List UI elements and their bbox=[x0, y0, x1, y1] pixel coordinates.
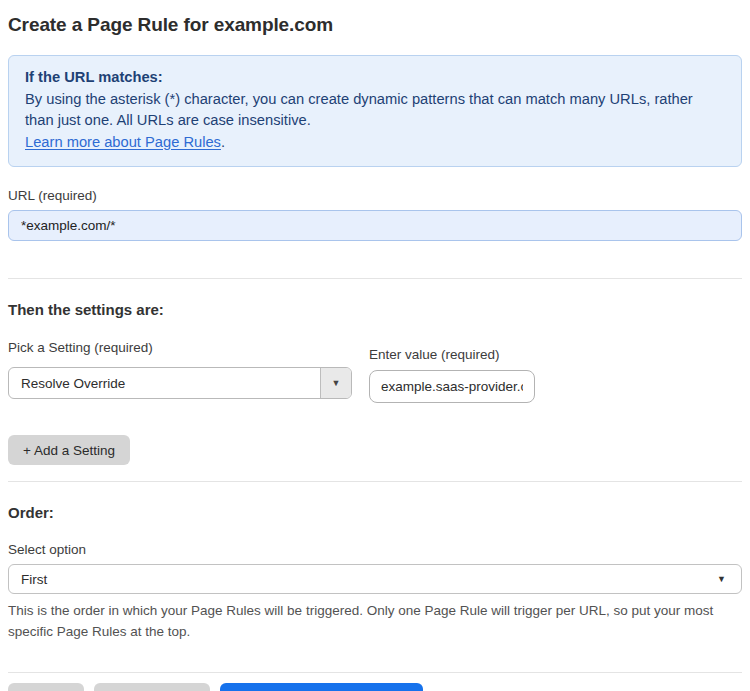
footer-actions: Cancel Save as Draft Save and Deploy Pag… bbox=[8, 683, 742, 691]
setting-value-label: Enter value (required) bbox=[369, 347, 535, 362]
order-select-label: Select option bbox=[8, 542, 742, 557]
add-setting-button[interactable]: + Add a Setting bbox=[8, 435, 130, 465]
order-heading: Order: bbox=[8, 504, 742, 521]
setting-picker-select[interactable]: Resolve Override ▼ bbox=[8, 367, 352, 399]
url-label: URL (required) bbox=[8, 188, 742, 203]
url-input[interactable] bbox=[8, 210, 742, 241]
order-selected-value: First bbox=[21, 572, 47, 587]
cancel-button[interactable]: Cancel bbox=[8, 683, 84, 691]
chevron-down-icon[interactable]: ▼ bbox=[320, 368, 351, 398]
create-page-rule-form: Create a Page Rule for example.com If th… bbox=[0, 14, 750, 691]
chevron-down-icon: ▼ bbox=[717, 574, 726, 584]
setting-picker-selected-value: Resolve Override bbox=[9, 368, 320, 398]
settings-heading: Then the settings are: bbox=[8, 301, 742, 318]
url-matches-info-box: If the URL matches: By using the asteris… bbox=[8, 55, 742, 167]
setting-value-column: Enter value (required) bbox=[369, 320, 535, 403]
learn-more-link[interactable]: Learn more about Page Rules bbox=[25, 134, 221, 150]
order-select[interactable]: First ▼ bbox=[8, 564, 742, 594]
section-divider bbox=[8, 278, 742, 279]
page-title: Create a Page Rule for example.com bbox=[8, 14, 742, 36]
info-box-body: By using the asterisk (*) character, you… bbox=[25, 89, 725, 132]
setting-picker-label: Pick a Setting (required) bbox=[8, 340, 352, 355]
info-box-heading: If the URL matches: bbox=[25, 67, 725, 89]
order-help-text: This is the order in which your Page Rul… bbox=[8, 600, 742, 642]
setting-value-input[interactable] bbox=[369, 370, 535, 403]
setting-picker-column: Pick a Setting (required) Resolve Overri… bbox=[8, 320, 352, 399]
link-suffix: . bbox=[221, 134, 225, 150]
footer-divider bbox=[8, 672, 742, 673]
save-deploy-button[interactable]: Save and Deploy Page Rule bbox=[220, 683, 424, 691]
section-divider bbox=[8, 481, 742, 482]
save-draft-button[interactable]: Save as Draft bbox=[94, 683, 210, 691]
info-box-link-line: Learn more about Page Rules. bbox=[25, 132, 725, 154]
settings-row: Pick a Setting (required) Resolve Overri… bbox=[8, 320, 742, 403]
